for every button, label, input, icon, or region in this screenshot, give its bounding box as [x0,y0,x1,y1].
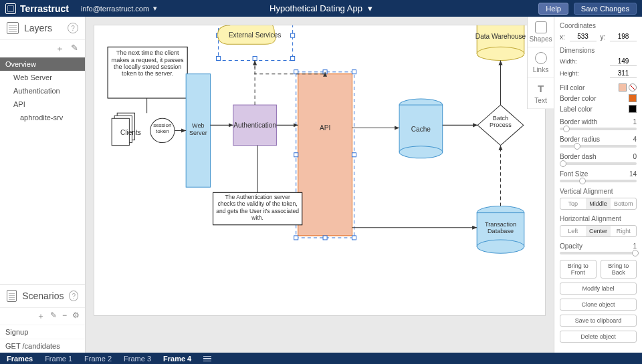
ext-services-label: External Services [229,31,281,39]
bw-title: Border width [560,118,597,126]
app-title: Hypothetical Dating App [270,3,362,13]
svg-rect-23 [298,74,352,236]
tree-node-aphrodite[interactable]: aphrodite-srv [0,111,85,124]
auth-label: Authentication [233,122,276,129]
session-token-label: session token [151,122,174,134]
fill-swatch[interactable] [619,83,627,92]
label-swatch[interactable] [629,105,637,113]
layers-tree: Overview Web Server Authentication API a… [0,57,85,171]
data-warehouse-label: Data Warehouse [475,33,526,40]
svg-rect-28 [294,153,298,157]
svg-rect-32 [352,236,356,240]
ha-segment[interactable]: LeftCenterRight [560,225,637,237]
help-button[interactable]: Help [538,3,568,15]
api-label: API [320,124,330,132]
help-icon[interactable]: ? [69,291,78,301]
fs-slider[interactable] [560,180,637,182]
tree-node-webserver[interactable]: Web Server [0,71,85,84]
help-icon[interactable]: ? [68,23,78,33]
canvas[interactable]: The next time the client makes a request… [94,25,546,316]
logo-icon [5,3,16,14]
topbar: Terrastruct info@terrastruct.com ▾ Hypot… [0,0,642,17]
scenarios-panel: Scenarios ? ＋ ✎ − ⚙ Signup GET /candidat… [0,284,85,353]
layers-title: Layers [24,23,52,33]
app-title-menu[interactable]: Hypothetical Dating App ▾ [270,3,372,13]
border-label: Border color [560,95,596,102]
svg-rect-29 [352,153,356,157]
save-clipboard-button[interactable]: Save to clipboard [560,315,637,327]
brand: Terrastruct [5,3,69,14]
batch-label: Batch Process [483,115,518,128]
add-scenario-button[interactable]: ＋ [37,311,45,322]
user-email: info@terrastruct.com [81,5,149,13]
bw-slider[interactable] [560,128,637,130]
op-title: Opacity [560,242,582,250]
scenario-tools: ＋ ✎ − ⚙ [0,308,85,325]
edit-layer-button[interactable]: ✎ [71,43,78,55]
br-val: 4 [633,136,637,143]
text-icon: T [535,83,547,95]
bring-back-button[interactable]: Bring to Back [601,260,637,279]
scenario-item-candidates[interactable]: GET /candidates [0,339,85,353]
bring-front-button[interactable]: Bring to Front [560,260,597,279]
edit-scenario-button[interactable]: ✎ [50,311,57,322]
frame-tab-2[interactable]: Frame 2 [84,355,112,363]
va-title: Vertical Alignment [560,188,637,195]
add-layer-button[interactable]: ＋ [56,43,64,55]
frames-label: Frames [7,355,33,363]
shapes-tool[interactable]: Shapes [528,17,554,47]
svg-rect-7 [217,56,221,60]
x-input[interactable] [570,32,597,41]
scenario-item-signup[interactable]: Signup [0,325,85,339]
ha-title: Horizontal Alignment [560,215,637,222]
links-icon [535,52,547,64]
dim-title: Dimensions [560,47,637,54]
shapes-icon [535,21,547,33]
fill-none-icon[interactable] [629,83,637,92]
svg-point-12 [477,47,524,60]
frames-bar: Frames Frame 1 Frame 2 Frame 3 Frame 4 [0,353,642,364]
frame-tab-4[interactable]: Frame 4 [163,355,191,363]
svg-rect-25 [294,70,298,74]
chevron-down-icon: ▾ [368,3,372,13]
cache-label: Cache [411,126,431,133]
frames-menu-icon[interactable] [203,356,211,362]
brand-name: Terrastruct [20,3,69,14]
frame-tab-3[interactable]: Frame 3 [124,355,151,363]
remove-scenario-button[interactable]: − [62,311,67,322]
bd-slider[interactable] [560,162,637,165]
tree-node-overview[interactable]: Overview [0,57,85,71]
user-menu[interactable]: info@terrastruct.com ▾ [81,4,157,13]
settings-scenario-button[interactable]: ⚙ [72,311,80,322]
scenarios-header: Scenarios ? [0,285,85,308]
tool-rail: Shapes Links TText [527,17,554,109]
layers-tools: ＋ ✎ [0,40,85,57]
bw-val: 1 [633,118,637,126]
save-button[interactable]: Save Changes [574,3,637,15]
svg-rect-9 [291,56,295,60]
tree-node-auth[interactable]: Authentication [0,84,85,98]
frame-tab-1[interactable]: Frame 1 [45,355,72,363]
y-label: y: [601,33,607,41]
br-slider[interactable] [560,145,637,148]
va-segment[interactable]: TopMiddleBottom [560,198,637,210]
scenarios-title: Scenarios [22,291,64,301]
border-swatch[interactable] [629,94,637,102]
tree-node-api[interactable]: API [0,98,85,111]
width-label: Width: [560,58,606,65]
svg-point-35 [399,146,443,158]
op-val: 1 [633,242,637,250]
width-input[interactable] [610,57,637,66]
y-input[interactable] [610,32,637,41]
delete-button[interactable]: Delete object [560,331,637,343]
height-input[interactable] [610,69,637,78]
op-slider[interactable] [560,252,637,254]
clone-button[interactable]: Clone object [560,299,637,311]
modify-label-button[interactable]: Modify label [560,283,637,295]
height-label: Height: [560,70,606,77]
layers-icon [7,22,19,34]
scenario-list: Signup GET /candidates [0,325,85,353]
text-tool[interactable]: TText [528,78,554,109]
links-tool[interactable]: Links [528,47,554,78]
coords-title: Coordinates [560,22,637,29]
